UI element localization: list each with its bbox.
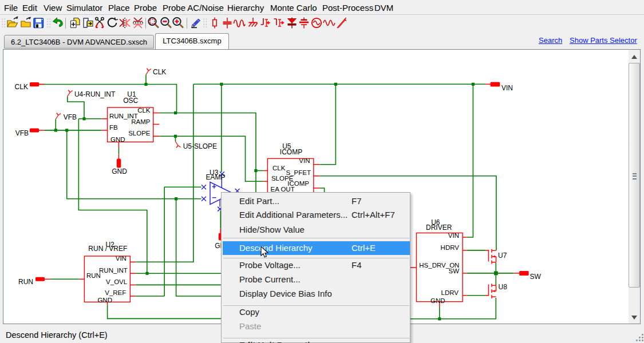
svg-text:SW: SW: [448, 268, 459, 274]
svg-text:CLK: CLK: [15, 83, 28, 91]
svg-text:V_OVL: V_OVL: [106, 278, 128, 285]
svg-text:U8: U8: [499, 283, 508, 291]
svg-text:RUN / VREF: RUN / VREF: [88, 245, 127, 253]
svg-text:RUN_INT: RUN_INT: [99, 267, 128, 274]
svg-text:DRIVER: DRIVER: [426, 224, 452, 232]
svg-text:RUN: RUN: [86, 272, 101, 279]
svg-text:EAMP: EAMP: [206, 173, 226, 181]
svg-text:ICOMP: ICOMP: [280, 148, 302, 156]
svg-text:VFB: VFB: [15, 129, 29, 137]
svg-text:FB: FB: [109, 124, 118, 131]
svg-text:LDRV: LDRV: [441, 289, 459, 296]
svg-text:GND: GND: [430, 297, 445, 304]
svg-text:VIN: VIN: [299, 157, 310, 164]
svg-text:U4-RUN_INT: U4-RUN_INT: [74, 90, 116, 98]
svg-text:U5-SLOPE: U5-SLOPE: [183, 142, 217, 150]
svg-text:V_REF: V_REF: [105, 289, 126, 296]
svg-text:HDRV: HDRV: [441, 244, 460, 251]
svg-text:RAMP: RAMP: [131, 118, 151, 125]
svg-text:GND: GND: [110, 136, 125, 143]
svg-text:OSC: OSC: [123, 97, 138, 105]
svg-text:VIN: VIN: [501, 84, 513, 92]
svg-text:GND: GND: [112, 167, 127, 176]
svg-text:U7: U7: [498, 252, 507, 260]
svg-text:RUN: RUN: [18, 278, 33, 286]
svg-text:VIN: VIN: [448, 232, 459, 239]
svg-text:GND: GND: [97, 297, 112, 304]
svg-text:SW: SW: [530, 273, 541, 281]
svg-text:SLOPE: SLOPE: [128, 130, 151, 137]
svg-text:VIN: VIN: [116, 255, 127, 262]
svg-text:CLK: CLK: [137, 107, 151, 114]
svg-text:CLK: CLK: [272, 165, 286, 172]
svg-text:CLK: CLK: [153, 68, 166, 76]
svg-text:VFB: VFB: [64, 113, 77, 121]
